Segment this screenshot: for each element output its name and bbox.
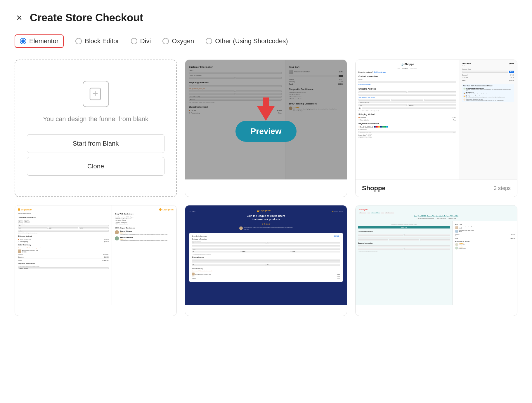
radio-option-elementor[interactable]: Elementor <box>15 34 64 48</box>
modal-header: ✕ Create Store Checkout <box>15 12 517 24</box>
template-card-shoppe[interactable]: ⚓ Shoppe Cart › Checkout › Confirmation … <box>355 60 517 197</box>
radio-option-divi[interactable]: Divi <box>131 37 151 45</box>
radio-label-elementor: Elementor <box>29 37 58 45</box>
template-card-utopia[interactable]: ✦ Englar Checkout › Bonus/Offer › Confir… <box>355 205 517 316</box>
svg-marker-3 <box>257 97 275 121</box>
template-card-inner: Customer Information Email * Create an a… <box>185 60 347 179</box>
blank-text: You can design the funnel from blank <box>43 114 148 124</box>
card-image-shoppe: ⚓ Shoppe Cart › Checkout › Confirmation … <box>356 60 517 179</box>
preview-overlay: Preview <box>185 60 347 179</box>
radio-label-block-editor: Block Editor <box>85 37 119 45</box>
card-image-logoipsum: Logoipsum billing@website.com Customer I… <box>15 205 176 305</box>
radio-circle-divi <box>131 38 137 44</box>
red-arrow-icon <box>257 97 275 121</box>
radio-bar: Elementor Block Editor Divi Oxygen Other… <box>15 34 517 48</box>
close-icon[interactable]: ✕ <box>15 13 24 22</box>
preview-button[interactable]: Preview <box>235 121 297 142</box>
radio-label-other: Other (Using Shortcodes) <box>215 37 288 45</box>
template-card-logoipsum[interactable]: Logoipsum billing@website.com Customer I… <box>15 205 177 316</box>
start-from-blank-button[interactable]: Start from Blank <box>27 134 164 153</box>
radio-label-oxygen: Oxygen <box>172 37 194 45</box>
blank-icon <box>83 81 109 107</box>
modal-title: Create Store Checkout <box>30 12 143 24</box>
template-card-blank[interactable]: You can design the funnel from blank Sta… <box>15 60 177 197</box>
radio-circle-block-editor <box>75 38 82 44</box>
card-image-utopia: ✦ Englar Checkout › Bonus/Offer › Confir… <box>356 205 517 305</box>
template-card-default[interactable]: Customer Information Email * Create an a… <box>185 60 347 197</box>
preview-arrow-container: Preview <box>235 97 297 142</box>
radio-circle-other <box>206 38 212 44</box>
modal-container: ✕ Create Store Checkout Elementor Block … <box>0 0 532 403</box>
templates-grid: You can design the funnel from blank Sta… <box>15 60 517 316</box>
radio-option-oxygen[interactable]: Oxygen <box>162 37 194 45</box>
radio-label-divi: Divi <box>140 37 151 45</box>
card-footer-shoppe: Shoppe 3 steps <box>356 179 517 197</box>
template-card-logoipsum-dark[interactable]: ← Back Logoipsum 🔒 Secure Payment Join t… <box>185 205 347 316</box>
card-image-logoipsum-dark: ← Back Logoipsum 🔒 Secure Payment Join t… <box>185 205 347 305</box>
clone-button[interactable]: Clone <box>27 157 164 176</box>
radio-circle-elementor <box>20 38 26 44</box>
radio-option-other[interactable]: Other (Using Shortcodes) <box>206 37 288 45</box>
card-name-shoppe: Shoppe <box>362 184 386 192</box>
card-steps-shoppe: 3 steps <box>494 185 511 191</box>
radio-option-block-editor[interactable]: Block Editor <box>75 37 119 45</box>
radio-circle-oxygen <box>162 38 169 44</box>
